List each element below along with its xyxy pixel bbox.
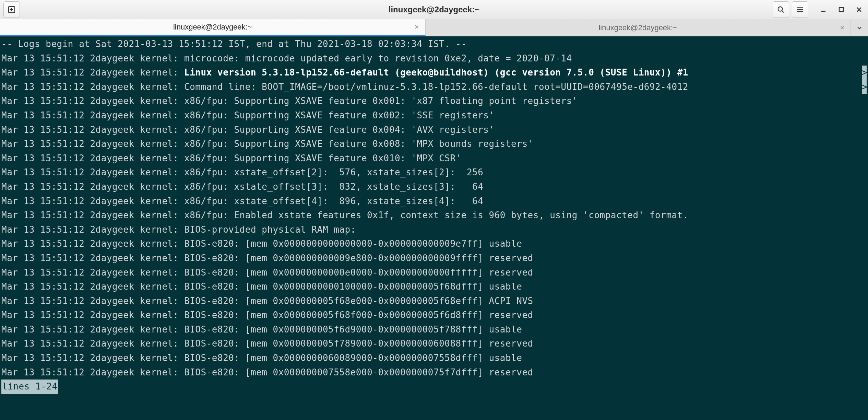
log-line: Mar 13 15:51:12 2daygeek kernel: BIOS-e8… (1, 294, 867, 308)
chevron-down-icon (857, 25, 862, 31)
log-line: Mar 13 15:51:12 2daygeek kernel: x86/fpu… (1, 123, 867, 137)
tab-1[interactable]: linuxgeek@2daygeek:~ × (426, 19, 851, 36)
terminal-window: linuxgeek@2daygeek:~ (0, 0, 868, 420)
window-title: linuxgeek@2daygeek:~ (389, 5, 480, 14)
window-controls (818, 4, 865, 15)
log-line: Mar 13 15:51:12 2daygeek kernel: BIOS-e8… (1, 323, 867, 337)
close-button[interactable] (854, 4, 865, 15)
log-message: x86/fpu: xstate_offset[2]: 576, xstate_s… (184, 167, 483, 177)
log-message: x86/fpu: Supporting XSAVE feature 0x010:… (184, 153, 461, 163)
log-message: BIOS-e820: [mem 0x0000000000100000-0x000… (184, 281, 522, 292)
log-message: x86/fpu: xstate_offset[4]: 896, xstate_s… (184, 196, 483, 206)
svg-line-4 (782, 10, 784, 12)
log-message: BIOS-e820: [mem 0x00000000000e0000-0x000… (184, 267, 533, 278)
svg-rect-9 (839, 8, 843, 12)
log-prefix: Mar 13 15:51:12 2daygeek kernel: (1, 310, 184, 320)
log-line: Mar 13 15:51:12 2daygeek kernel: BIOS-e8… (1, 266, 867, 280)
log-prefix: Mar 13 15:51:12 2daygeek kernel: (1, 281, 184, 292)
log-message: microcode: microcode updated early to re… (184, 53, 572, 63)
log-line: Mar 13 15:51:12 2daygeek kernel: microco… (1, 51, 867, 66)
log-line: Mar 13 15:51:12 2daygeek kernel: x86/fpu… (1, 151, 867, 166)
log-line: Mar 13 15:51:12 2daygeek kernel: x86/fpu… (1, 165, 867, 180)
log-message: Linux version 5.3.18-lp152.66-default (g… (184, 67, 688, 78)
log-prefix: Mar 13 15:51:12 2daygeek kernel: (1, 110, 184, 120)
log-prefix: Mar 13 15:51:12 2daygeek kernel: (1, 125, 184, 135)
log-message: Command line: BOOT_IMAGE=/boot/vmlinuz-5… (184, 82, 688, 92)
log-prefix: Mar 13 15:51:12 2daygeek kernel: (1, 296, 184, 306)
titlebar-right (773, 1, 865, 18)
log-prefix: Mar 13 15:51:12 2daygeek kernel: (1, 96, 184, 106)
log-prefix: Mar 13 15:51:12 2daygeek kernel: (1, 182, 184, 192)
log-message: BIOS-e820: [mem 0x000000005f789000-0x000… (184, 338, 533, 349)
new-tab-button[interactable] (3, 1, 20, 18)
log-prefix: Mar 13 15:51:12 2daygeek kernel: (1, 238, 184, 249)
new-tab-icon (8, 5, 16, 14)
log-message: BIOS-e820: [mem 0x000000007558e000-0x000… (184, 367, 533, 377)
log-line: Mar 13 15:51:12 2daygeek kernel: x86/fpu… (1, 137, 867, 151)
menu-button[interactable] (792, 1, 808, 18)
log-prefix: Mar 13 15:51:12 2daygeek kernel: (1, 67, 184, 78)
log-prefix: Mar 13 15:51:12 2daygeek kernel: (1, 267, 184, 278)
log-prefix: Mar 13 15:51:12 2daygeek kernel: (1, 53, 184, 63)
log-prefix: Mar 13 15:51:12 2daygeek kernel: (1, 224, 184, 235)
titlebar: linuxgeek@2daygeek:~ (0, 0, 868, 19)
log-prefix: Mar 13 15:51:12 2daygeek kernel: (1, 210, 184, 220)
tab-label: linuxgeek@2daygeek:~ (598, 23, 677, 32)
log-message: x86/fpu: Supporting XSAVE feature 0x008:… (184, 139, 533, 149)
log-prefix: Mar 13 15:51:12 2daygeek kernel: (1, 353, 184, 363)
svg-point-3 (778, 7, 783, 11)
log-line: Mar 13 15:51:12 2daygeek kernel: BIOS-pr… (1, 223, 867, 237)
log-line: Mar 13 15:51:12 2daygeek kernel: BIOS-e8… (1, 365, 867, 380)
log-line: Mar 13 15:51:12 2daygeek kernel: x86/fpu… (1, 108, 867, 123)
maximize-button[interactable] (836, 4, 847, 15)
minimize-icon (821, 7, 826, 12)
log-prefix: Mar 13 15:51:12 2daygeek kernel: (1, 139, 184, 149)
log-line: Mar 13 15:51:12 2daygeek kernel: x86/fpu… (1, 94, 867, 108)
log-line: Mar 13 15:51:12 2daygeek kernel: BIOS-e8… (1, 337, 867, 351)
log-prefix: Mar 13 15:51:12 2daygeek kernel: (1, 196, 184, 206)
log-line: Mar 13 15:51:12 2daygeek kernel: BIOS-e8… (1, 308, 867, 323)
log-message: x86/fpu: xstate_offset[3]: 832, xstate_s… (184, 182, 483, 192)
log-message: BIOS-e820: [mem 0x0000000060089000-0x000… (184, 353, 522, 363)
pager-status-line: lines 1-24 (1, 380, 58, 394)
log-message: BIOS-e820: [mem 0x000000005f68f000-0x000… (184, 310, 533, 320)
log-header-line: -- Logs begin at Sat 2021-03-13 15:51:12… (1, 37, 867, 51)
log-message: BIOS-e820: [mem 0x000000005f68e000-0x000… (184, 296, 533, 306)
log-prefix: Mar 13 15:51:12 2daygeek kernel: (1, 82, 184, 92)
log-line: Mar 13 15:51:12 2daygeek kernel: BIOS-e8… (1, 280, 867, 294)
log-prefix: Mar 13 15:51:12 2daygeek kernel: (1, 153, 184, 163)
log-prefix: Mar 13 15:51:12 2daygeek kernel: (1, 367, 184, 377)
tab-close-button[interactable]: × (840, 23, 844, 32)
tab-bar: linuxgeek@2daygeek:~ × linuxgeek@2daygee… (0, 19, 868, 36)
line-truncation-marker: > (862, 80, 867, 94)
log-line: Mar 13 15:51:12 2daygeek kernel: Linux v… (1, 66, 867, 80)
log-message: BIOS-e820: [mem 0x0000000000000000-0x000… (184, 238, 522, 249)
line-truncation-marker: > (862, 66, 867, 80)
log-line: Mar 13 15:51:12 2daygeek kernel: BIOS-e8… (1, 351, 867, 365)
log-line: Mar 13 15:51:12 2daygeek kernel: x86/fpu… (1, 180, 867, 194)
log-message: x86/fpu: Enabled xstate features 0x1f, c… (184, 210, 688, 220)
log-line: Mar 13 15:51:12 2daygeek kernel: BIOS-e8… (1, 237, 867, 251)
terminal-output[interactable]: -- Logs begin at Sat 2021-03-13 15:51:12… (0, 36, 868, 420)
log-line: Mar 13 15:51:12 2daygeek kernel: BIOS-e8… (1, 251, 867, 266)
tab-close-button[interactable]: × (415, 23, 419, 32)
tab-0[interactable]: linuxgeek@2daygeek:~ × (0, 19, 426, 36)
log-message: x86/fpu: Supporting XSAVE feature 0x004:… (184, 125, 495, 135)
log-line: Mar 13 15:51:12 2daygeek kernel: Command… (1, 80, 867, 94)
tab-label: linuxgeek@2daygeek:~ (173, 23, 252, 32)
hamburger-icon (796, 6, 804, 13)
log-line: Mar 13 15:51:12 2daygeek kernel: x86/fpu… (1, 208, 867, 223)
log-prefix: Mar 13 15:51:12 2daygeek kernel: (1, 253, 184, 263)
log-message: BIOS-provided physical RAM map: (184, 224, 356, 235)
minimize-button[interactable] (818, 4, 829, 15)
titlebar-left (3, 1, 20, 18)
log-prefix: Mar 13 15:51:12 2daygeek kernel: (1, 167, 184, 177)
search-button[interactable] (773, 1, 789, 18)
log-line: Mar 13 15:51:12 2daygeek kernel: x86/fpu… (1, 194, 867, 209)
log-prefix: Mar 13 15:51:12 2daygeek kernel: (1, 324, 184, 335)
log-message: x86/fpu: Supporting XSAVE feature 0x001:… (184, 96, 578, 106)
tab-dropdown-button[interactable] (851, 19, 868, 36)
maximize-icon (839, 7, 844, 12)
log-message: x86/fpu: Supporting XSAVE feature 0x002:… (184, 110, 495, 120)
log-message: BIOS-e820: [mem 0x000000005f6d9000-0x000… (184, 324, 522, 335)
